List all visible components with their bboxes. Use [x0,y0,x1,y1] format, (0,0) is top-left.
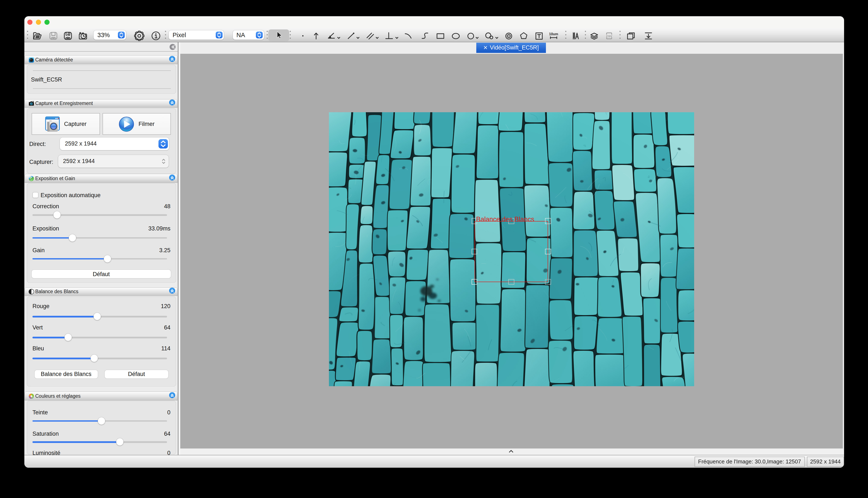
svg-text:10um: 10um [549,32,558,36]
svg-text:CSV: CSV [606,34,612,38]
